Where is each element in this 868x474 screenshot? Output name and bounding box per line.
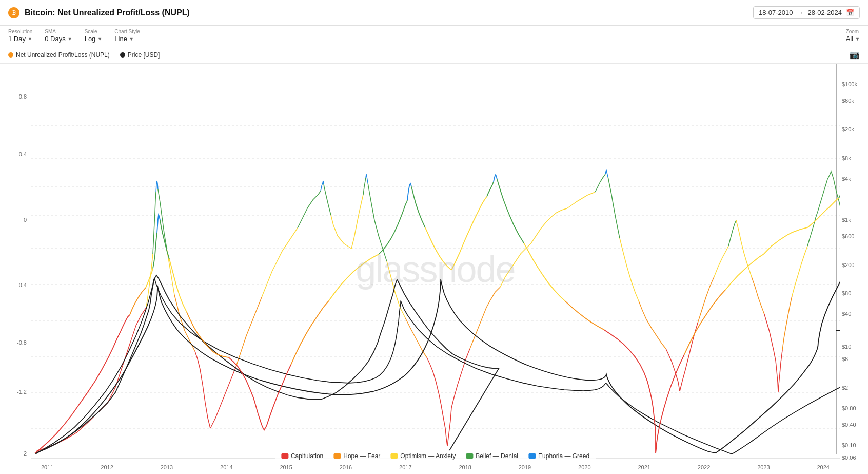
x-axis: 2011201220132014201520162017201820192020… bbox=[31, 460, 840, 474]
zoom-value[interactable]: All ▼ bbox=[846, 35, 860, 43]
bottom-legend-item: Optimism — Anxiety bbox=[390, 452, 456, 460]
x-axis-label: 2019 bbox=[519, 464, 531, 470]
title-area: ₿ Bitcoin: Net Unrealized Profit/Loss (N… bbox=[8, 7, 190, 18]
zoom-control[interactable]: Zoom All ▼ bbox=[846, 29, 860, 43]
scale-control[interactable]: Scale Log ▼ bbox=[85, 29, 103, 43]
y-right-label: $10 bbox=[842, 344, 851, 350]
x-axis-label: 2017 bbox=[399, 464, 411, 470]
x-axis-label: 2016 bbox=[340, 464, 352, 470]
resolution-chevron: ▼ bbox=[28, 36, 32, 42]
price-legend-label: Price [USD] bbox=[128, 51, 160, 59]
legend-item-label: Hope — Fear bbox=[343, 452, 380, 460]
x-axis-label: 2018 bbox=[459, 464, 471, 470]
sma-control[interactable]: SMA 0 Days ▼ bbox=[45, 29, 72, 43]
y-right-label: $100k bbox=[842, 81, 857, 87]
nupl-svg bbox=[31, 64, 840, 460]
legend-color-rect bbox=[528, 453, 536, 459]
y-right-label: $60k bbox=[842, 98, 854, 104]
legend-item-label: Euphoria — Greed bbox=[538, 452, 589, 460]
controls-bar: Resolution 1 Day ▼ SMA 0 Days ▼ Scale Lo… bbox=[0, 26, 868, 46]
bottom-legend-item: Euphoria — Greed bbox=[528, 452, 589, 460]
y-right-label: $40 bbox=[842, 311, 851, 317]
x-axis-label: 2023 bbox=[757, 464, 770, 470]
x-axis-label: 2012 bbox=[101, 464, 113, 470]
nupl-legend-item: Net Unrealized Profit/Loss (NUPL) bbox=[8, 51, 110, 59]
legend-color-rect bbox=[466, 453, 473, 459]
chart-container: 0.80.40-0.4-0.8-1.2-2 bbox=[0, 64, 868, 474]
x-axis-label: 2024 bbox=[817, 464, 829, 470]
legend-color-rect bbox=[390, 453, 398, 459]
chart-area: 2011201220132014201520162017201820192020… bbox=[31, 64, 840, 474]
legend-color-rect bbox=[281, 453, 288, 459]
y-right-label: $4k bbox=[842, 176, 851, 182]
scale-chevron: ▼ bbox=[97, 36, 102, 42]
zoom-label: Zoom bbox=[846, 29, 860, 34]
y-right-label: $0.10 bbox=[842, 442, 856, 448]
nupl-legend-label: Net Unrealized Profit/Loss (NUPL) bbox=[16, 51, 110, 59]
bottom-legend-item: Capitulation bbox=[281, 452, 323, 460]
legend-color-rect bbox=[333, 453, 341, 459]
sma-value[interactable]: 0 Days ▼ bbox=[45, 35, 72, 43]
y-right-label: $0.06 bbox=[842, 454, 856, 461]
x-axis-label: 2022 bbox=[698, 464, 710, 470]
y-left-label: 0.4 bbox=[19, 151, 27, 157]
nupl-legend-dot bbox=[8, 52, 13, 58]
price-legend-item: Price [USD] bbox=[120, 51, 160, 59]
chart-style-value[interactable]: Line ▼ bbox=[114, 35, 140, 43]
y-right-label: $8k bbox=[842, 155, 851, 161]
y-right-label: $0.40 bbox=[842, 422, 856, 428]
y-right-label: $1k bbox=[842, 217, 851, 223]
sma-label: SMA bbox=[45, 29, 72, 34]
legend-item-label: Optimism — Anxiety bbox=[400, 452, 456, 460]
y-right-label: $20k bbox=[842, 126, 854, 132]
x-axis-label: 2014 bbox=[220, 464, 232, 470]
sma-chevron: ▼ bbox=[68, 36, 72, 42]
y-left-label: -0.4 bbox=[17, 282, 27, 288]
x-axis-label: 2015 bbox=[280, 464, 292, 470]
chart-style-label: Chart Style bbox=[114, 29, 140, 34]
btc-icon: ₿ bbox=[8, 7, 19, 18]
date-end: 28-02-2024 bbox=[808, 9, 842, 16]
date-range-selector[interactable]: 18-07-2010 → 28-02-2024 📅 bbox=[753, 6, 860, 19]
scale-value[interactable]: Log ▼ bbox=[85, 35, 103, 43]
y-left-label: 0 bbox=[24, 217, 27, 223]
zoom-chevron: ▼ bbox=[855, 36, 860, 42]
y-axis-right: $100k$60k$20k$8k$4k$1k$600$200$80$40$10$… bbox=[840, 64, 868, 474]
page-title: Bitcoin: Net Unrealized Profit/Loss (NUP… bbox=[25, 8, 190, 17]
y-right-label: $2 bbox=[842, 385, 848, 391]
resolution-label: Resolution bbox=[8, 29, 32, 34]
bottom-legend: CapitulationHope — FearOptimism — Anxiet… bbox=[275, 450, 596, 462]
y-left-label: -1.2 bbox=[17, 389, 27, 395]
x-axis-label: 2011 bbox=[41, 464, 53, 470]
x-axis-label: 2021 bbox=[638, 464, 650, 470]
date-start: 18-07-2010 bbox=[759, 9, 793, 16]
y-right-label: $6 bbox=[842, 356, 848, 362]
chart-style-chevron: ▼ bbox=[129, 36, 134, 42]
header: ₿ Bitcoin: Net Unrealized Profit/Loss (N… bbox=[0, 0, 868, 26]
bottom-legend-item: Hope — Fear bbox=[333, 452, 380, 460]
chart-style-control[interactable]: Chart Style Line ▼ bbox=[114, 29, 140, 43]
camera-icon[interactable]: 📷 bbox=[850, 50, 860, 60]
legend-item-label: Capitulation bbox=[291, 452, 323, 460]
resolution-value[interactable]: 1 Day ▼ bbox=[8, 35, 32, 43]
y-left-label: -0.8 bbox=[17, 339, 27, 346]
y-left-label: -2 bbox=[22, 450, 27, 457]
y-left-label: 0.8 bbox=[19, 93, 27, 100]
y-axis-left: 0.80.40-0.4-0.8-1.2-2 bbox=[0, 64, 31, 474]
resolution-control[interactable]: Resolution 1 Day ▼ bbox=[8, 29, 32, 43]
scale-label: Scale bbox=[85, 29, 103, 34]
price-legend-dot bbox=[120, 52, 125, 58]
y-right-label: $600 bbox=[842, 233, 854, 239]
calendar-icon: 📅 bbox=[846, 9, 854, 16]
y-right-label: $80 bbox=[842, 290, 851, 296]
legend-item-label: Belief — Denial bbox=[476, 452, 518, 460]
y-right-label: $0.80 bbox=[842, 405, 856, 411]
y-right-label: $200 bbox=[842, 262, 854, 268]
date-arrow: → bbox=[797, 9, 804, 16]
x-axis-label: 2013 bbox=[161, 464, 173, 470]
bottom-legend-item: Belief — Denial bbox=[466, 452, 518, 460]
x-axis-label: 2020 bbox=[578, 464, 590, 470]
legend-bar: Net Unrealized Profit/Loss (NUPL) Price … bbox=[0, 46, 868, 64]
